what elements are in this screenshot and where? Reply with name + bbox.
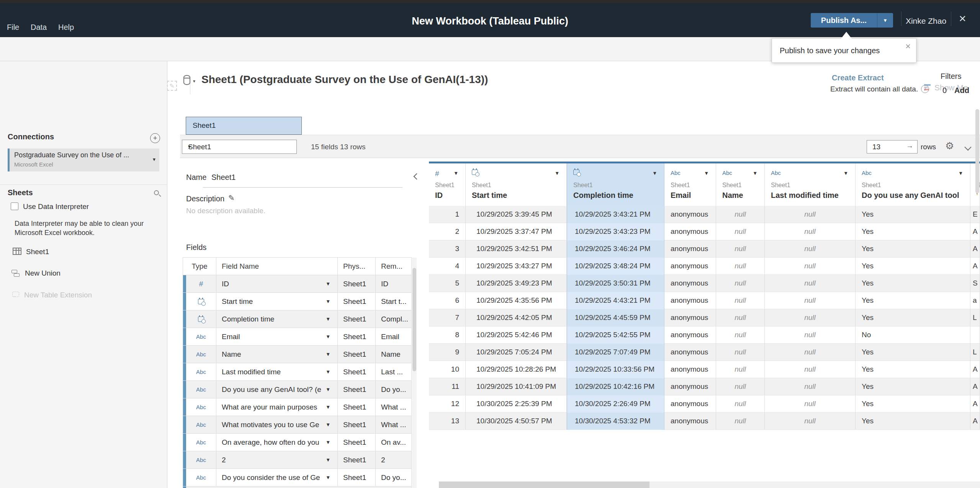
field-menu-caret[interactable]: ▼ xyxy=(326,434,330,451)
grid-row: 710/29/2025 4:42:05 PM10/29/2025 4:45:59… xyxy=(429,309,980,326)
publish-as-button[interactable]: Publish As... ▾ xyxy=(811,13,893,28)
field-menu-caret[interactable]: ▼ xyxy=(326,310,330,328)
menu-data[interactable]: Data xyxy=(31,23,47,32)
create-extract-link[interactable]: Create Extract xyxy=(832,73,884,82)
field-name-cell[interactable]: Do you consider the use of Ge▼ xyxy=(216,469,338,486)
search-icon[interactable] xyxy=(154,190,159,195)
use-data-interpreter-checkbox[interactable] xyxy=(11,202,18,210)
grid-cell: Yes xyxy=(856,395,970,413)
grid-column-header[interactable]: ▼Sheet1Start time xyxy=(466,163,567,206)
fields-table-row[interactable]: Completion time▼Sheet1Compl... xyxy=(183,310,411,328)
column-menu-caret[interactable]: ▼ xyxy=(753,170,757,176)
grid-row: 510/29/2025 3:49:23 PM10/29/2025 3:50:31… xyxy=(429,275,980,292)
add-connection-icon[interactable]: + xyxy=(150,133,160,143)
menu-file[interactable]: File xyxy=(7,23,19,32)
grid-column-header[interactable]: ▼#Sheet1ID xyxy=(429,163,466,206)
connection-caret[interactable]: ▾ xyxy=(153,156,155,162)
field-physical-cell: Sheet1 xyxy=(338,328,376,345)
field-name-cell[interactable]: On average, how often do you▼ xyxy=(216,434,338,451)
fields-table-row[interactable]: AbcEmail▼Sheet1Email xyxy=(183,328,411,346)
edit-description-icon[interactable]: ✎ xyxy=(228,193,235,202)
field-menu-caret[interactable]: ▼ xyxy=(326,275,330,292)
fields-table-row-partial xyxy=(183,486,411,488)
fields-scrollbar-thumb[interactable] xyxy=(412,268,416,371)
datasource-caret[interactable]: ▾ xyxy=(193,78,195,84)
field-name-cell[interactable]: Email▼ xyxy=(216,328,338,345)
column-source: Sheet1 xyxy=(435,182,455,189)
column-menu-caret[interactable]: ▼ xyxy=(843,170,848,176)
fields-table-row[interactable]: Start time▼Sheet1Start t... xyxy=(183,293,411,310)
sheet-selector-dropdown[interactable]: Sheet1 ▾ xyxy=(182,140,297,154)
fields-table-row[interactable]: AbcDo you use any GenAI tool? (e▼Sheet1D… xyxy=(183,381,411,398)
grid-cell: null xyxy=(765,240,856,258)
grid-cell: anonymous xyxy=(664,413,716,430)
field-remote-cell: ID xyxy=(376,275,411,292)
field-name-cell[interactable]: ID▼ xyxy=(216,275,338,292)
grid-column-header[interactable]: ▼Sheet1Completion time xyxy=(567,163,664,206)
field-remote-cell: Start t... xyxy=(376,293,411,310)
datasource-title[interactable]: Sheet1 (Postgraduate Survey on the Use o… xyxy=(201,73,488,86)
info-icon[interactable]: i xyxy=(921,85,929,93)
fields-table-row[interactable]: AbcName▼Sheet1Name xyxy=(183,346,411,363)
column-menu-caret[interactable]: ▼ xyxy=(958,170,963,176)
field-name-cell[interactable]: What motivates you to use Ge▼ xyxy=(216,416,338,433)
string-icon: Abc xyxy=(196,363,206,380)
name-value[interactable]: Sheet1 xyxy=(211,173,236,182)
grid-row: 310/29/2025 3:42:51 PM10/29/2025 3:46:24… xyxy=(429,240,980,258)
tab-sheet1[interactable]: Sheet1 xyxy=(186,117,302,135)
toast-close-icon[interactable]: × xyxy=(905,41,911,52)
fields-table-row[interactable]: #ID▼Sheet1ID xyxy=(183,275,411,293)
field-name-cell[interactable]: Completion time▼ xyxy=(216,310,338,328)
field-menu-caret[interactable]: ▼ xyxy=(326,381,330,398)
rows-apply-arrow-icon[interactable]: → xyxy=(906,142,913,150)
field-menu-caret[interactable]: ▼ xyxy=(326,363,330,380)
column-menu-caret[interactable]: ▼ xyxy=(555,170,560,176)
field-menu-caret[interactable]: ▼ xyxy=(326,328,330,345)
grid-cell: a xyxy=(970,292,980,309)
column-menu-caret[interactable]: ▼ xyxy=(453,170,458,176)
menu-help[interactable]: Help xyxy=(58,23,74,32)
fields-table-row[interactable]: AbcWhat are your main purposes▼Sheet1Wha… xyxy=(183,398,411,416)
gear-icon[interactable]: ⚙ xyxy=(945,140,954,152)
field-menu-caret[interactable]: ▼ xyxy=(326,346,330,363)
user-name[interactable]: Xinke Zhao xyxy=(905,16,947,26)
grid-cell: 10/29/2025 4:35:56 PM xyxy=(466,292,567,309)
add-filter-link[interactable]: Add xyxy=(954,86,969,95)
field-menu-caret[interactable]: ▼ xyxy=(326,451,330,468)
vertical-scrollbar-thumb[interactable] xyxy=(975,109,979,193)
field-menu-caret[interactable]: ▼ xyxy=(326,293,330,310)
grid-cell: anonymous xyxy=(664,240,716,258)
field-name-cell[interactable]: Name▼ xyxy=(216,346,338,363)
grid-column-header[interactable]: ▼AbcSheet1Last modified time xyxy=(765,163,856,206)
fields-table-row[interactable]: AbcOn average, how often do you▼Sheet1On… xyxy=(183,434,411,451)
field-name-cell[interactable]: Do you use any GenAI tool? (e▼ xyxy=(216,381,338,398)
fields-table-row[interactable]: AbcWhat motivates you to use Ge▼Sheet1Wh… xyxy=(183,416,411,434)
column-menu-caret[interactable]: ▼ xyxy=(652,170,657,176)
field-menu-caret[interactable]: ▼ xyxy=(326,398,330,416)
field-name-cell[interactable]: Start time▼ xyxy=(216,293,338,310)
field-name-cell[interactable]: What are your main purposes▼ xyxy=(216,398,338,416)
field-menu-caret[interactable]: ▼ xyxy=(326,469,330,486)
grid-column-header[interactable]: ▼AbcSheet1Do you use any GenAI tool xyxy=(856,163,970,206)
fields-col-type: Type xyxy=(183,258,216,275)
fields-table-row[interactable]: AbcDo you consider the use of Ge▼Sheet1D… xyxy=(183,469,411,486)
grid-cell: Yes xyxy=(856,258,970,275)
publish-dropdown-caret[interactable]: ▾ xyxy=(877,13,893,28)
field-menu-caret[interactable]: ▼ xyxy=(326,416,330,433)
grid-column-header[interactable]: ▼AbcSheet1Name xyxy=(716,163,765,206)
datasource-icon xyxy=(183,75,190,85)
grid-cell: null xyxy=(765,395,856,413)
connection-item[interactable]: Postgraduate Survey on the Use of ... Mi… xyxy=(8,149,159,171)
field-type-cell: Abc xyxy=(186,346,216,363)
column-menu-caret[interactable]: ▼ xyxy=(704,170,709,176)
field-name-cell[interactable]: 2▼ xyxy=(216,451,338,468)
grid-column-header[interactable]: ▼AbcSheet1Email xyxy=(664,163,716,206)
close-icon[interactable]: × xyxy=(959,11,966,25)
sidebar-item-new-union[interactable]: New Union xyxy=(25,269,61,277)
sidebar-item-sheet1[interactable]: Sheet1 xyxy=(26,248,49,256)
fields-table-row[interactable]: Abc2▼Sheet12 xyxy=(183,451,411,469)
horizontal-scrollbar-thumb[interactable] xyxy=(439,481,650,488)
collapse-panel-icon[interactable] xyxy=(414,173,420,180)
fields-table-row[interactable]: AbcLast modified time▼Sheet1Last ... xyxy=(183,363,411,381)
field-name-cell[interactable]: Last modified time▼ xyxy=(216,363,338,380)
